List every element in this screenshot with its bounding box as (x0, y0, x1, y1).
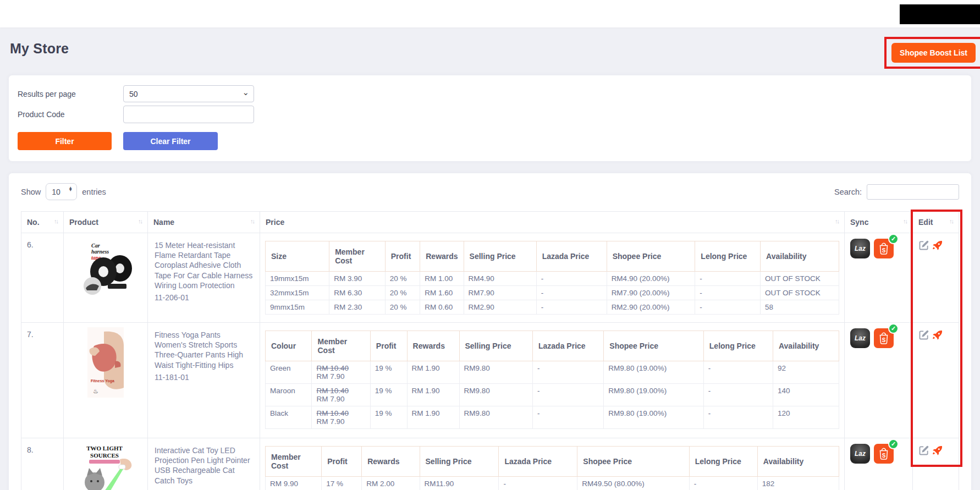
price-table: ColourMember CostProfitRewardsSelling Pr… (265, 331, 839, 429)
price-cell: RM11.90 (420, 477, 499, 490)
price-cell: 19mmx15m (266, 272, 329, 286)
results-per-page-label: Results per page (18, 90, 123, 98)
price-row: RM 9.9017 %RM 2.00RM11.90-RM49.50 (80.00… (266, 477, 839, 490)
price-cell: 58 (761, 300, 839, 315)
edit-pencil-icon[interactable] (918, 445, 929, 456)
price-cell: RM 10.40RM 7.90 (312, 406, 370, 429)
price-cell: - (703, 361, 773, 384)
price-cell: RM 2.30 (329, 300, 386, 315)
boost-rocket-icon[interactable] (932, 329, 943, 340)
column-header-sync[interactable]: Sync↑↓ (845, 212, 913, 233)
lazada-icon[interactable]: Laz (850, 328, 870, 348)
price-cell: RM 0.60 (420, 300, 464, 315)
price-cell: RM 9.90 (266, 477, 322, 490)
price-cell: RM7.90 (464, 286, 536, 300)
shopee-boost-list-button[interactable]: Shopee Boost List (891, 43, 976, 63)
price-col-header: Size (266, 241, 329, 272)
column-header-edit[interactable]: Edit↑↓ (913, 212, 959, 233)
price-cell: Green (266, 361, 312, 384)
product-image: Car harness tape (75, 238, 136, 299)
price-cell: 182 (757, 477, 839, 490)
product-row: 6. Car harness tape 15 Meter Heat-resist… (21, 233, 959, 323)
lazada-icon[interactable]: Laz (850, 239, 870, 258)
price-cell: RM49.50 (80.00%) (577, 477, 689, 490)
price-cell: RM9.80 (459, 384, 533, 406)
price-col-header: Availability (773, 331, 839, 361)
price-col-header: Selling Price (464, 241, 536, 272)
sync-success-check-icon: ✓ (888, 439, 899, 449)
table-header-row: No.↑↓ Product↑↓ Name↑↓ Price↑↓ Sync↑↓ Ed… (21, 212, 959, 233)
price-cell: - (689, 477, 757, 490)
edit-pencil-icon[interactable] (918, 329, 929, 340)
results-per-page-select[interactable]: 50 (123, 85, 254, 102)
price-cell: RM 1.90 (407, 361, 459, 384)
search-input[interactable] (867, 184, 959, 200)
product-code-input[interactable] (123, 106, 254, 123)
price-cell: RM9.80 (19.00%) (604, 406, 703, 429)
page-size-select[interactable]: 10 (46, 183, 77, 200)
price-cell: - (533, 406, 604, 429)
price-col-header: Lazada Price (533, 331, 604, 361)
product-image-cell: Fitness Yoga ♨ (64, 323, 148, 438)
price-row: 19mmx15mRM 3.9020 %RM 1.00RM4.90-RM4.90 … (266, 272, 839, 286)
price-cell: 17 % (322, 477, 362, 490)
price-col-header: Shopee Price (607, 241, 695, 272)
price-cell: RM 10.40RM 7.90 (312, 384, 370, 406)
price-cell: - (536, 286, 607, 300)
price-cell: RM4.90 (464, 272, 536, 286)
price-col-header: Profit (322, 447, 362, 477)
price-cell: RM 2.00 (362, 477, 420, 490)
price-header-row: SizeMember CostProfitRewardsSelling Pric… (266, 241, 839, 272)
svg-text:Car: Car (91, 243, 100, 249)
price-header-row: Member CostProfitRewardsSelling PriceLaz… (266, 447, 839, 477)
entries-label: entries (82, 188, 106, 196)
svg-text:TWO LIGHT: TWO LIGHT (86, 445, 123, 452)
svg-text:S: S (882, 337, 886, 343)
price-cell: OUT OF STOCK (761, 272, 839, 286)
sync-cell: Laz S ✓ (845, 438, 913, 490)
edit-pencil-icon[interactable] (918, 240, 929, 251)
price-col-header: Selling Price (459, 331, 533, 361)
row-number: 7. (21, 323, 64, 438)
price-col-header: Profit (370, 331, 407, 361)
price-row: 32mmx15mRM 6.3020 %RM 1.60RM7.90-RM7.90 … (266, 286, 839, 300)
price-col-header: Colour (266, 331, 312, 361)
price-cell: - (533, 361, 604, 384)
price-cell: RM 1.00 (420, 272, 464, 286)
price-cell: - (695, 272, 761, 286)
clear-filter-button[interactable]: Clear Filter (123, 132, 218, 150)
product-image: TWO LIGHT SOURCES (73, 443, 139, 490)
column-header-no[interactable]: No.↑↓ (21, 212, 64, 233)
price-cell: 19 % (370, 406, 407, 429)
price-cell: OUT OF STOCK (761, 286, 839, 300)
new-price: RM 7.90 (316, 395, 365, 403)
column-header-price[interactable]: Price↑↓ (260, 212, 845, 233)
page-header: My Store Shopee Boost List (0, 27, 980, 69)
price-col-header: Availability (757, 447, 839, 477)
column-header-name[interactable]: Name↑↓ (148, 212, 260, 233)
price-cell: - (703, 384, 773, 406)
price-row: BlackRM 10.40RM 7.9019 %RM 1.90RM9.80-RM… (266, 406, 839, 429)
product-row: 8. TWO LIGHT SOURCES Interactive Cat Toy… (21, 438, 959, 490)
price-cell: RM2.90 (464, 300, 536, 315)
price-cell: RM9.80 (459, 406, 533, 429)
boost-rocket-icon[interactable] (932, 240, 943, 251)
product-code-label: Product Code (18, 110, 123, 119)
sort-icon: ↑↓ (138, 218, 142, 224)
filter-button[interactable]: Filter (18, 132, 112, 150)
lazada-icon[interactable]: Laz (850, 444, 870, 464)
product-code: 88-51-03 (155, 488, 253, 490)
svg-text:♨: ♨ (93, 388, 98, 394)
price-cell: - (695, 286, 761, 300)
price-cell: RM 6.30 (329, 286, 386, 300)
price-table: Member CostProfitRewardsSelling PriceLaz… (265, 446, 839, 490)
price-cell: 20 % (385, 300, 420, 315)
price-cell: - (536, 300, 607, 315)
price-col-header: Rewards (407, 331, 459, 361)
price-cell: RM 1.90 (407, 384, 459, 406)
product-image-cell: TWO LIGHT SOURCES (64, 438, 148, 490)
price-cell: Black (266, 406, 312, 429)
boost-rocket-icon[interactable] (932, 445, 943, 456)
price-cell: RM 1.60 (420, 286, 464, 300)
column-header-product[interactable]: Product↑↓ (64, 212, 148, 233)
